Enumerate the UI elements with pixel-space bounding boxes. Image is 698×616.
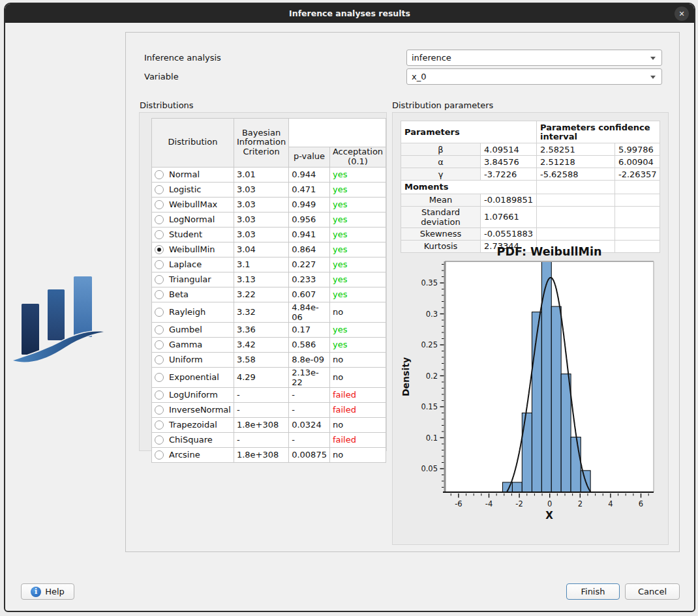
- radio-button-LogNormal[interactable]: [155, 215, 164, 224]
- dist-pvalue-cell: 0.944: [289, 167, 330, 182]
- dist-bic-cell: 1.8e+308: [234, 417, 288, 432]
- dist-name-cell: Trapezoidal: [152, 417, 234, 432]
- dist-acceptation-cell: no: [329, 302, 386, 322]
- moment-empty-cell: [615, 194, 660, 206]
- dist-pvalue-cell: 0.941: [289, 227, 330, 242]
- param-ci-low-cell: 2.51218: [537, 156, 615, 168]
- dist-row[interactable]: Uniform3.588.8e-09no: [152, 352, 386, 367]
- dist-name-label: Student: [169, 229, 202, 239]
- radio-button-Trapezoidal[interactable]: [155, 420, 164, 430]
- svg-text:0.25: 0.25: [421, 340, 438, 349]
- radio-button-Exponential[interactable]: [155, 373, 164, 382]
- dist-row[interactable]: InverseNormal--failed: [152, 402, 386, 417]
- col-header-distribution[interactable]: Distribution: [152, 119, 234, 168]
- dist-row[interactable]: Laplace3.10.227yes: [152, 257, 386, 272]
- dist-row[interactable]: Gumbel3.360.17yes: [152, 322, 386, 337]
- dist-row[interactable]: Normal3.010.944yes: [152, 167, 386, 182]
- col-header-acceptation[interactable]: Acceptation (0.1): [329, 147, 386, 168]
- param-value-cell: 3.84576: [481, 156, 537, 168]
- titlebar[interactable]: Inference analyses results ✕: [5, 4, 694, 23]
- dist-row[interactable]: Arcsine1.8e+3080.00875no: [152, 447, 386, 462]
- dist-bic-cell: -: [234, 432, 288, 447]
- dist-pvalue-cell: 0.471: [289, 182, 330, 197]
- dist-row[interactable]: Exponential4.292.13e-22no: [152, 367, 386, 387]
- svg-text:0: 0: [547, 499, 552, 508]
- close-button[interactable]: ✕: [675, 7, 689, 21]
- parameters-group-label: Distribution parameters: [392, 100, 493, 110]
- dist-name-cell: LogUniform: [152, 387, 234, 402]
- radio-button-Student[interactable]: [155, 230, 164, 239]
- pdf-chart: -6-4-202460.050.10.150.20.250.30.35PDF: …: [393, 240, 668, 544]
- radio-button-Rayleigh[interactable]: [155, 308, 164, 317]
- cancel-button[interactable]: Cancel: [625, 583, 680, 600]
- radio-button-Uniform[interactable]: [155, 355, 164, 364]
- radio-button-Gumbel[interactable]: [155, 325, 164, 334]
- radio-button-Normal[interactable]: [155, 170, 164, 179]
- moments-header: Moments: [401, 181, 537, 194]
- dist-row[interactable]: Triangular3.130.233yes: [152, 272, 386, 287]
- svg-text:0.2: 0.2: [426, 372, 438, 381]
- radio-button-LogUniform[interactable]: [155, 390, 164, 400]
- dist-acceptation-cell: no: [329, 417, 386, 432]
- dist-bic-cell: 3.32: [234, 302, 288, 322]
- dist-pvalue-cell: 0.864: [289, 242, 330, 257]
- info-icon: i: [31, 587, 41, 597]
- radio-button-Laplace[interactable]: [155, 260, 164, 269]
- content-panel: Inference analysis inference Variable x_…: [125, 32, 680, 552]
- help-button[interactable]: i Help: [21, 583, 74, 600]
- radio-button-Arcsine[interactable]: [155, 450, 164, 460]
- dist-name-cell: Normal: [152, 167, 234, 182]
- dist-name-label: ChiSquare: [169, 435, 213, 445]
- dist-bic-cell: 4.29: [234, 367, 288, 387]
- variable-value: x_0: [412, 72, 426, 81]
- dist-row[interactable]: Gamma3.420.586yes: [152, 337, 386, 352]
- radio-button-InverseNormal[interactable]: [155, 405, 164, 415]
- moment-row: Mean-0.0189851: [401, 194, 660, 206]
- dist-name-cell: Uniform: [152, 352, 234, 367]
- close-icon: ✕: [678, 10, 684, 18]
- dist-name-cell: Laplace: [152, 257, 234, 272]
- radio-button-WeibullMax[interactable]: [155, 200, 164, 209]
- dist-row[interactable]: Beta3.220.607yes: [152, 287, 386, 302]
- cancel-button-label: Cancel: [638, 587, 667, 596]
- radio-button-WeibullMin[interactable]: [155, 245, 164, 254]
- moment-empty-cell: [537, 194, 615, 206]
- dist-row[interactable]: Student3.030.941yes: [152, 227, 386, 242]
- dist-bic-cell: 3.04: [234, 242, 288, 257]
- dist-row[interactable]: ChiSquare--failed: [152, 432, 386, 447]
- parameters-group-box: Parameters Parameters confidence interva…: [392, 112, 669, 545]
- radio-button-Logistic[interactable]: [155, 185, 164, 194]
- variable-select[interactable]: x_0: [406, 68, 662, 85]
- dist-name-label: Triangular: [169, 274, 211, 284]
- dist-row[interactable]: WeibullMin3.040.864yes: [152, 242, 386, 257]
- radio-button-ChiSquare[interactable]: [155, 435, 164, 445]
- dist-acceptation-cell: no: [329, 367, 386, 387]
- parameters-table: Parameters Parameters confidence interva…: [401, 121, 660, 253]
- moment-value-cell: 1.07661: [481, 206, 537, 227]
- dist-acceptation-cell: failed: [329, 387, 386, 402]
- dist-acceptation-cell: no: [329, 447, 386, 462]
- dist-bic-cell: -: [234, 402, 288, 417]
- dist-row[interactable]: Rayleigh3.324.84e-06no: [152, 302, 386, 322]
- inference-analysis-select[interactable]: inference: [406, 50, 662, 66]
- radio-button-Beta[interactable]: [155, 290, 164, 299]
- dist-name-cell: Gamma: [152, 337, 234, 352]
- dist-row[interactable]: LogUniform--failed: [152, 387, 386, 402]
- dist-row[interactable]: WeibullMax3.030.949yes: [152, 197, 386, 212]
- distributions-table[interactable]: Distribution Bayesian Information Criter…: [151, 118, 386, 463]
- radio-button-Gamma[interactable]: [155, 340, 164, 349]
- dist-name-cell: Gumbel: [152, 322, 234, 337]
- col-header-pvalue[interactable]: p-value: [289, 147, 330, 168]
- x-axis-label: X: [545, 510, 553, 521]
- param-ci-low-cell: 2.58251: [537, 143, 615, 156]
- dist-row[interactable]: Trapezoidal1.8e+3080.0324no: [152, 417, 386, 432]
- svg-text:-4: -4: [485, 499, 493, 508]
- dist-row[interactable]: LogNormal3.030.956yes: [152, 212, 386, 227]
- dist-row[interactable]: Logistic3.030.471yes: [152, 182, 386, 197]
- dist-name-label: Beta: [169, 289, 189, 299]
- col-header-bic[interactable]: Bayesian Information Criterion: [234, 119, 288, 168]
- finish-button[interactable]: Finish: [566, 583, 620, 600]
- dist-pvalue-cell: 0.227: [289, 257, 330, 272]
- param-row: γ-3.7226-5.62588-2.26357: [401, 168, 660, 181]
- radio-button-Triangular[interactable]: [155, 275, 164, 284]
